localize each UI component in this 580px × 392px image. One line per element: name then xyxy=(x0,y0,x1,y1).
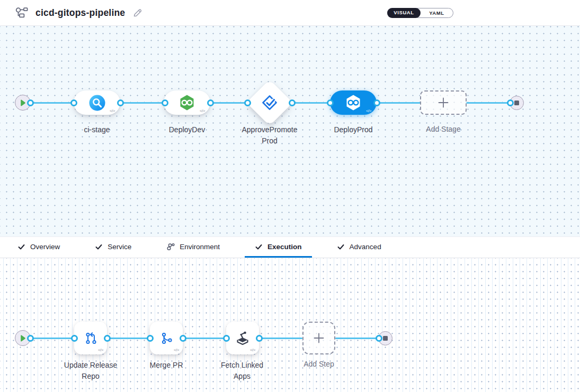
tab-service[interactable]: Service xyxy=(85,237,141,258)
pipeline-graph-icon xyxy=(15,7,29,19)
plus-icon xyxy=(438,97,449,108)
check-icon xyxy=(17,243,25,251)
port[interactable] xyxy=(147,335,154,342)
cd-hexagon-infinity-icon xyxy=(345,94,362,111)
play-icon xyxy=(20,335,26,342)
add-stage-button[interactable] xyxy=(420,90,467,115)
edge xyxy=(210,102,248,104)
execution-canvas: </> </> </> xyxy=(0,258,580,392)
port[interactable] xyxy=(104,335,111,342)
add-stage-label: Add Stage xyxy=(412,124,475,135)
stage-label: DeployDev xyxy=(155,124,219,135)
port[interactable] xyxy=(507,99,514,106)
environment-graph-icon xyxy=(166,243,175,251)
add-step-button[interactable] xyxy=(302,322,335,354)
toggle-yaml[interactable]: YAML xyxy=(421,10,453,16)
add-step-label: Add Step xyxy=(287,359,351,370)
tab-advanced[interactable]: Advanced xyxy=(327,237,391,258)
port[interactable] xyxy=(70,99,77,106)
code-icon: </> xyxy=(250,348,255,352)
tab-label: Environment xyxy=(180,243,220,251)
port[interactable] xyxy=(162,99,168,106)
stage-label: ci-stage xyxy=(65,124,129,135)
step-node-update-release-repo[interactable]: </> xyxy=(74,322,107,354)
tab-environment[interactable]: Environment xyxy=(156,237,230,258)
stage-canvas: </> </> </> xyxy=(0,26,580,236)
check-icon xyxy=(95,243,103,251)
check-icon xyxy=(337,243,345,251)
step-node-merge-pr[interactable]: </> xyxy=(150,322,183,354)
edge xyxy=(30,102,75,104)
visual-yaml-toggle[interactable]: VISUAL YAML xyxy=(387,8,453,18)
code-icon: </> xyxy=(174,348,179,352)
tab-execution[interactable]: Execution xyxy=(245,237,312,258)
port[interactable] xyxy=(223,335,230,342)
step-label: Update Release Repo xyxy=(61,360,120,382)
stop-icon xyxy=(514,101,519,105)
port[interactable] xyxy=(180,335,186,342)
stage-node-deploydev[interactable]: </> xyxy=(164,90,210,115)
git-merge-icon xyxy=(158,330,175,347)
edge xyxy=(259,338,302,339)
step-label: Fetch Linked Apps xyxy=(216,360,269,382)
stop-icon xyxy=(383,336,388,341)
stage-label: ApprovePromoteProd xyxy=(240,124,299,147)
edge xyxy=(183,338,226,339)
page-title: cicd-gitops-pipeline xyxy=(35,7,125,19)
port[interactable] xyxy=(117,99,124,106)
port[interactable] xyxy=(244,99,251,106)
step-label: Merge PR xyxy=(135,360,198,371)
port[interactable] xyxy=(376,335,382,342)
port[interactable] xyxy=(289,99,296,106)
port[interactable] xyxy=(327,99,334,106)
port[interactable] xyxy=(207,99,214,106)
stage-node-deployprod[interactable]: </> xyxy=(330,90,377,115)
edge xyxy=(30,338,74,339)
edge xyxy=(377,102,421,104)
play-icon xyxy=(20,99,26,106)
edge xyxy=(466,102,511,104)
edge xyxy=(120,102,166,104)
edit-pencil-icon[interactable] xyxy=(132,8,142,18)
check-icon xyxy=(255,243,263,251)
tab-label: Service xyxy=(108,243,131,251)
gitops-fetch-apps-icon xyxy=(234,330,251,347)
tab-label: Execution xyxy=(267,243,302,251)
toggle-visual[interactable]: VISUAL xyxy=(387,8,421,18)
tab-label: Overview xyxy=(30,243,60,251)
edge xyxy=(335,338,380,339)
code-icon: </> xyxy=(110,108,115,113)
stage-label: DeployProd xyxy=(322,124,385,135)
tab-overview[interactable]: Overview xyxy=(7,237,70,258)
code-icon: </> xyxy=(200,108,205,113)
step-node-fetch-linked-apps[interactable]: </> xyxy=(226,322,259,354)
tab-label: Advanced xyxy=(350,243,381,251)
ci-build-icon xyxy=(89,95,105,111)
cd-hexagon-infinity-icon xyxy=(179,94,195,111)
edge xyxy=(107,338,150,339)
port[interactable] xyxy=(256,335,263,342)
stage-node-approvepromoteprod[interactable] xyxy=(246,79,293,126)
stage-config-tabs: Overview Service Environment Execution A… xyxy=(0,236,580,258)
header: cicd-gitops-pipeline VISUAL YAML xyxy=(0,0,580,26)
git-update-repo-icon xyxy=(83,330,99,347)
port[interactable] xyxy=(27,335,34,342)
stage-node-ci-stage[interactable]: </> xyxy=(74,90,120,115)
edge xyxy=(291,102,331,104)
port[interactable] xyxy=(27,99,34,106)
code-icon: </> xyxy=(366,108,371,113)
port[interactable] xyxy=(71,335,78,342)
plus-icon xyxy=(313,332,325,344)
code-icon: </> xyxy=(98,348,103,352)
port[interactable] xyxy=(373,99,380,106)
